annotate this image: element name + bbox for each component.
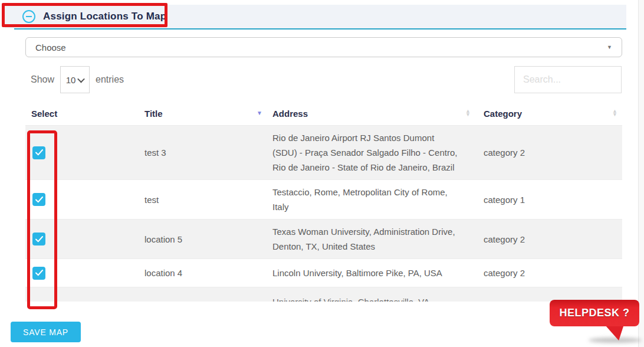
locations-table: Select Title ▼ Address ▲▼ Category ▲▼ te…	[25, 102, 622, 302]
table-row: location 5 Texas Woman University, Admin…	[25, 219, 622, 258]
collapse-minus-icon[interactable]	[22, 10, 35, 23]
panel-title: Assign Locations To Map	[43, 11, 166, 22]
row-category: category 2	[478, 261, 622, 285]
chevron-down-icon	[78, 75, 86, 83]
table-row: location 4 Lincoln University, Baltimore…	[25, 258, 622, 287]
row-title: test 3	[139, 140, 268, 165]
row-address: Lincoln University, Baltimore Pike, PA, …	[268, 261, 478, 285]
page-size-select[interactable]: 10	[60, 66, 90, 93]
choose-dropdown-value: Choose	[35, 42, 607, 53]
row-select-checkbox[interactable]	[32, 193, 45, 206]
table-body: test 3 Rio de Janeiro Airport RJ Santos …	[25, 125, 622, 287]
show-label: Show	[31, 74, 54, 85]
column-header-address[interactable]: Address ▲▼	[268, 109, 478, 119]
sort-both-icon: ▲▼	[612, 110, 617, 116]
entries-label: entries	[96, 74, 124, 85]
row-address: University of Virginia, Charlottesville,…	[268, 287, 478, 302]
row-address: Texas Woman University, Administration D…	[268, 220, 478, 258]
column-header-select[interactable]: Select	[25, 109, 139, 119]
row-title: test	[139, 188, 268, 212]
panel-header[interactable]: Assign Locations To Map	[5, 5, 626, 28]
row-select-checkbox[interactable]	[32, 233, 45, 245]
helpdesk-button[interactable]: HELPDESK ?	[550, 300, 639, 326]
table-row: test 3 Rio de Janeiro Airport RJ Santos …	[25, 125, 622, 179]
row-title: location 5	[139, 227, 268, 251]
column-header-title[interactable]: Title ▼	[139, 109, 268, 119]
dropdown-caret-icon: ▼	[607, 44, 612, 50]
vertical-scrollbar[interactable]	[638, 0, 644, 347]
page-size-value: 10	[66, 75, 76, 85]
table-row-partial: University of Virginia, Charlottesville,…	[25, 287, 622, 302]
row-address: Testaccio, Rome, Metropolitan City of Ro…	[268, 180, 478, 219]
row-address: Rio de Janeiro Airport RJ Santos Dumont …	[268, 126, 478, 179]
search-input[interactable]	[514, 66, 622, 93]
save-map-button[interactable]: SAVE MAP	[11, 322, 81, 342]
row-category: category 1	[478, 188, 622, 212]
table-header-row: Select Title ▼ Address ▲▼ Category ▲▼	[25, 102, 622, 125]
helpdesk-shadow	[589, 338, 642, 343]
sort-both-icon: ▲▼	[465, 110, 471, 116]
column-header-category[interactable]: Category ▲▼	[478, 109, 622, 119]
row-category: category 2	[478, 140, 622, 165]
row-select-checkbox[interactable]	[32, 267, 45, 280]
panel-underline	[14, 28, 626, 30]
show-entries-control: Show 10 entries	[31, 66, 124, 93]
row-select-checkbox[interactable]	[32, 146, 45, 159]
row-title: location 4	[139, 261, 268, 285]
table-row: test Testaccio, Rome, Metropolitan City …	[25, 179, 622, 219]
sort-desc-icon: ▼	[257, 110, 262, 116]
row-category: category 2	[478, 227, 622, 251]
choose-dropdown[interactable]: Choose ▼	[25, 37, 622, 57]
